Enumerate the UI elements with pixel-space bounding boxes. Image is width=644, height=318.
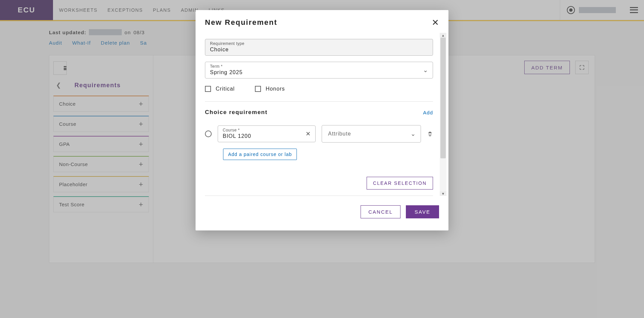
modal-scrollbar[interactable]: ▲ ▼ [440,33,446,196]
add-paired-course-button[interactable]: Add a paired course or lab [223,149,297,160]
new-requirement-modal: New Requirement ✕ Requirement type Choic… [196,10,448,230]
course-row: Course * BIOL 1200 ✕ Attribute ⌄ [205,125,433,143]
scroll-down-arrow[interactable]: ▼ [440,191,446,196]
requirement-type-value: Choice [210,47,428,53]
requirement-type-label: Requirement type [210,41,428,46]
add-link[interactable]: Add [423,110,433,115]
save-button[interactable]: SAVE [406,205,439,218]
honors-checkbox-wrap[interactable]: Honors [255,86,285,92]
clear-selection-button[interactable]: CLEAR SELECTION [367,177,433,190]
chevron-down-icon: ⌄ [411,130,416,138]
chevron-down-icon: ⌄ [423,66,428,74]
divider [205,196,433,196]
honors-checkbox[interactable] [255,86,261,92]
scroll-up-arrow[interactable]: ▲ [440,33,446,38]
divider [205,101,433,102]
honors-label: Honors [266,86,285,92]
critical-checkbox-wrap[interactable]: Critical [205,86,235,92]
course-input[interactable]: Course * BIOL 1200 ✕ [218,125,316,142]
close-icon[interactable]: ✕ [432,18,439,27]
term-label: Term * [210,64,428,69]
term-select[interactable]: Term * Spring 2025 ⌄ [205,62,433,78]
choice-requirement-heading: Choice requirement [205,109,268,116]
scrollbar-thumb[interactable] [440,38,446,158]
modal-title: New Requirement [205,18,277,27]
requirement-type-field: Requirement type Choice [205,39,433,56]
cancel-button[interactable]: CANCEL [361,205,400,218]
attribute-placeholder: Attribute [328,131,351,137]
critical-label: Critical [216,86,235,92]
attribute-select[interactable]: Attribute ⌄ [322,125,421,143]
trash-icon[interactable] [427,131,433,137]
critical-checkbox[interactable] [205,86,211,92]
course-value: BIOL 1200 [223,133,301,139]
course-radio[interactable] [205,130,212,137]
modal-overlay: New Requirement ✕ Requirement type Choic… [0,0,644,318]
term-value: Spring 2025 [210,69,428,75]
course-label: Course * [223,128,301,132]
clear-course-icon[interactable]: ✕ [306,130,311,138]
